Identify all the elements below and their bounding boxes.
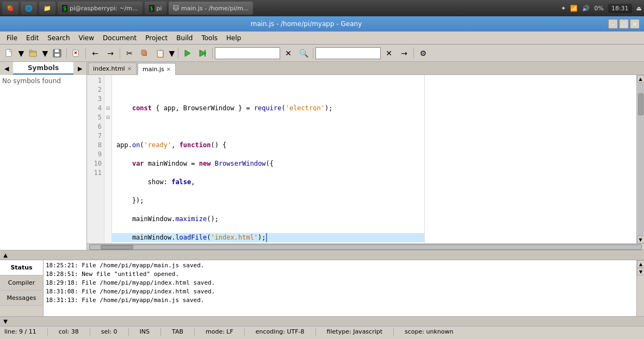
vscroll-track[interactable] — [637, 83, 644, 236]
clear-replace-button[interactable]: ✕ — [382, 46, 396, 60]
vscroll-up[interactable]: ▲ — [637, 75, 645, 83]
close-button[interactable]: ✕ — [630, 19, 640, 29]
close-file-button[interactable] — [69, 46, 83, 60]
menu-document[interactable]: Document — [98, 33, 141, 43]
taskbar-raspberry[interactable]: 🍓 — [2, 2, 18, 15]
undo-button[interactable]: ← — [88, 46, 102, 60]
bottom-panel: ▲ Status Compiler Messages 18:25:21: Fil… — [0, 250, 644, 326]
right-panel — [424, 75, 636, 243]
taskbar-terminal2[interactable]: $ pi — [145, 2, 166, 15]
sidebar-tab-next[interactable]: ▶ — [73, 62, 86, 75]
paste-dropdown[interactable]: ▼ — [168, 46, 176, 60]
bottom-tab-messages[interactable]: Messages — [0, 291, 43, 306]
run-button[interactable] — [196, 46, 210, 60]
taskbar-geany-label: main.js - /home/pi/m... — [181, 5, 249, 12]
code-editor[interactable]: 12345 67891011 ⊟ ⊟ const { app, BrowserW… — [87, 75, 424, 243]
new-button[interactable] — [2, 46, 16, 60]
volume-icon: 🔊 — [582, 5, 590, 12]
save-button[interactable] — [50, 46, 64, 60]
tab-main-js-label: main.js — [143, 66, 164, 73]
cut-button[interactable]: ✂ — [122, 46, 137, 60]
tab-index-html-close[interactable]: ✕ — [127, 66, 132, 72]
taskbar-systray: ✦ 📶 🔊 0% 18:31 ⏏ — [561, 4, 642, 13]
tab-index-html[interactable]: index.html ✕ — [88, 62, 137, 74]
hscroll[interactable] — [87, 243, 644, 250]
code-line-9: mainWindow.loadFile('index.html'); — [112, 233, 424, 242]
tab-main-js-close[interactable]: ✕ — [166, 66, 171, 72]
statusbar-sep8 — [393, 328, 394, 336]
toolbar: ▼ ▼ ← → ✂ 📋 ▼ ✕ 🔍 ✕ → ⚙ — [0, 45, 644, 62]
hscroll-thumb[interactable] — [101, 245, 133, 249]
maximize-button[interactable]: □ — [619, 19, 629, 29]
clear-search-button[interactable]: ✕ — [281, 46, 295, 60]
open-button[interactable] — [26, 46, 40, 60]
main-content: ◀ Symbols ▶ No symbols found index.html … — [0, 62, 644, 250]
sidebar-tab-prev[interactable]: ◀ — [0, 62, 13, 75]
compile-button[interactable] — [181, 46, 195, 60]
redo-button[interactable]: → — [103, 46, 117, 60]
replace-input[interactable] — [315, 47, 381, 59]
minimize-button[interactable]: – — [608, 19, 618, 29]
menu-help[interactable]: Help — [222, 33, 245, 43]
search-input[interactable] — [215, 47, 280, 59]
titlebar-title: main.js - /home/pi/myapp - Geany — [4, 20, 608, 28]
code-line-3 — [112, 122, 424, 131]
bottom-tab-status[interactable]: Status — [0, 260, 43, 275]
vscroll-thumb[interactable] — [638, 93, 643, 115]
menu-tools[interactable]: Tools — [197, 33, 222, 43]
menu-build[interactable]: Build — [172, 33, 197, 43]
terminal2-icon: $ — [149, 5, 154, 12]
statusbar-sep3 — [128, 328, 129, 336]
titlebar-controls: – □ ✕ — [608, 19, 640, 29]
open-dropdown[interactable]: ▼ — [41, 46, 49, 60]
tab-main-js[interactable]: main.js ✕ — [138, 63, 176, 75]
svg-marker-11 — [185, 50, 190, 56]
statusbar: line: 9 / 11 col: 38 sel: 0 INS TAB mode… — [0, 326, 644, 337]
taskbar-terminal1[interactable]: $ pi@raspberrypi: ~/m... — [58, 2, 143, 15]
statusbar-sep4 — [160, 328, 161, 336]
code-content[interactable]: const { app, BrowserWindow } = require('… — [112, 75, 424, 243]
bottom-vscroll-up[interactable]: ▲ — [637, 260, 644, 268]
eject-icon: ⏏ — [636, 5, 642, 12]
menu-edit[interactable]: Edit — [22, 33, 43, 43]
status-sel: sel: 0 — [101, 328, 117, 335]
tabs-bar: index.html ✕ main.js ✕ — [87, 62, 644, 75]
status-mode: mode: LF — [206, 328, 233, 335]
taskbar-browser[interactable]: 🌐 — [21, 2, 37, 15]
vscroll[interactable]: ▲ ▼ — [636, 75, 644, 243]
menu-file[interactable]: File — [2, 33, 22, 43]
bottom-vscroll[interactable]: ▲ ▼ — [636, 260, 644, 316]
panel-expand-down[interactable]: ▼ — [0, 317, 11, 327]
vscroll-down[interactable]: ▼ — [637, 236, 645, 243]
taskbar-geany[interactable]: 🐱 main.js - /home/pi/m... — [169, 2, 253, 15]
menu-search[interactable]: Search — [43, 33, 74, 43]
taskbar: 🍓 🌐 📁 $ pi@raspberrypi: ~/m... $ pi 🐱 ma… — [0, 0, 644, 16]
copy-button[interactable] — [138, 46, 152, 60]
status-tab: TAB — [172, 328, 183, 335]
jump-button[interactable]: → — [397, 46, 411, 60]
toolbar-sep3 — [120, 48, 120, 59]
preferences-button[interactable]: ⚙ — [416, 46, 430, 60]
message-1: 18:25:21: File /home/pi/myapp/main.js sa… — [46, 261, 634, 270]
menu-view[interactable]: View — [75, 33, 98, 43]
svg-rect-5 — [55, 54, 59, 56]
message-3: 18:29:18: File /home/pi/myapp/index.html… — [46, 279, 634, 287]
menu-project[interactable]: Project — [141, 33, 172, 43]
paste-button[interactable]: 📋 — [153, 46, 167, 60]
titlebar: main.js - /home/pi/myapp - Geany – □ ✕ — [0, 16, 644, 32]
statusbar-sep2 — [90, 328, 90, 336]
find-button[interactable]: 🔍 — [296, 46, 311, 60]
new-dropdown[interactable]: ▼ — [17, 46, 25, 60]
code-editor-container: 12345 67891011 ⊟ ⊟ const { app, BrowserW… — [87, 75, 644, 243]
panel-collapse-up[interactable]: ▲ — [0, 250, 11, 260]
geany-icon: 🐱 — [173, 5, 179, 12]
message-5: 18:31:13: File /home/pi/myapp/main.js sa… — [46, 296, 634, 305]
bottom-tab-compiler[interactable]: Compiler — [0, 275, 43, 291]
taskbar-files[interactable]: 📁 — [39, 2, 55, 15]
code-line-7: }); — [112, 196, 424, 205]
bottom-tabs: Status Compiler Messages — [0, 260, 44, 316]
no-symbols-text: No symbols found — [2, 77, 61, 85]
hscroll-track[interactable] — [89, 244, 642, 250]
code-fold: ⊟ ⊟ — [104, 75, 112, 243]
bottom-vscroll-down[interactable]: ▼ — [637, 268, 644, 275]
